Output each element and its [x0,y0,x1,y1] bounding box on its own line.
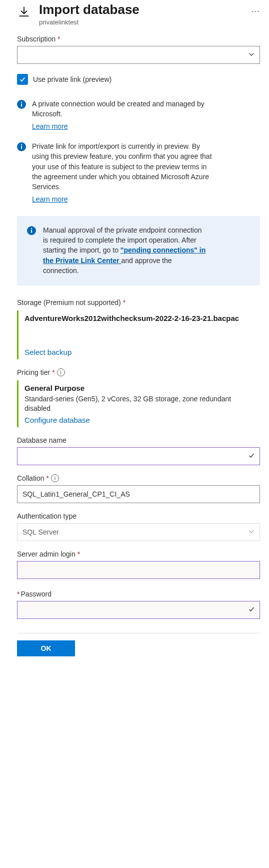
svg-rect-7 [31,230,32,233]
subscription-field: Subscription * [17,35,260,64]
collation-field: Collation * i [17,474,260,503]
svg-rect-8 [31,228,32,229]
footer: OK [17,633,260,656]
required-asterisk: * [46,474,48,482]
info-private-connection: A private connection would be created an… [17,99,260,131]
database-name-label: Database name [17,436,66,444]
ok-button[interactable]: OK [17,640,75,656]
help-icon[interactable]: i [51,474,59,482]
info-preview-text: Private link for import/export is curren… [32,142,212,191]
info-icon [17,142,26,151]
more-menu-icon[interactable]: ··· [251,2,260,16]
use-private-link-checkbox[interactable] [17,74,28,85]
subscription-label: Subscription [17,35,56,43]
manual-approval-notice: Manual approval of the private endpoint … [17,216,260,286]
help-icon[interactable]: i [57,368,65,376]
required-asterisk: * [17,590,20,598]
collation-input[interactable] [17,485,260,503]
pricing-tier-label: Pricing tier [17,368,50,376]
required-asterisk: * [58,35,60,43]
check-icon [248,606,255,614]
required-asterisk: * [52,368,54,376]
auth-type-label: Authentication type [17,512,76,520]
subscription-select[interactable] [17,46,260,64]
check-icon [248,452,255,461]
page-title: Import database [39,2,243,17]
svg-rect-2 [21,102,22,103]
admin-login-field: Server admin login * [17,550,260,579]
database-name-field: Database name [17,436,260,465]
info-icon [27,226,36,235]
learn-more-link[interactable]: Learn more [32,194,68,204]
password-field: * Password [17,590,260,619]
auth-type-field: Authentication type [17,512,260,541]
pricing-tier-desc: Standard-series (Gen5), 2 vCores, 32 GB … [24,394,255,414]
use-private-link-label: Use private link (preview) [33,75,112,83]
storage-label: Storage (Premium not supported) [17,298,121,306]
auth-type-select[interactable] [17,523,260,541]
pricing-tier-field: Pricing tier * i General Purpose Standar… [17,368,260,427]
database-name-input[interactable] [17,447,260,465]
pricing-tier-name: General Purpose [24,383,255,393]
required-asterisk: * [78,550,80,558]
password-input[interactable] [17,601,260,619]
required-asterisk: * [123,298,126,306]
admin-login-label: Server admin login [17,550,76,558]
use-private-link-row: Use private link (preview) [17,74,260,85]
info-private-connection-text: A private connection would be created an… [32,100,204,118]
info-icon [17,100,26,109]
collation-label: Collation [17,474,44,482]
configure-database-link[interactable]: Configure database [24,416,90,424]
password-label: Password [20,590,51,598]
storage-field: Storage (Premium not supported) * Advent… [17,298,260,359]
svg-rect-1 [21,104,22,107]
svg-rect-4 [21,146,22,149]
blade-header: Import database privatelinktest ··· [17,0,260,26]
storage-filename: AdventureWorks2012withchecksum-2022-2-16… [24,313,255,323]
page-subtitle: privatelinktest [39,18,243,26]
select-backup-link[interactable]: Select backup [24,348,72,356]
admin-login-input[interactable] [17,561,260,579]
learn-more-link[interactable]: Learn more [32,121,68,131]
info-preview-terms: Private link for import/export is curren… [17,141,260,204]
svg-rect-5 [21,144,22,145]
import-icon [17,5,31,20]
